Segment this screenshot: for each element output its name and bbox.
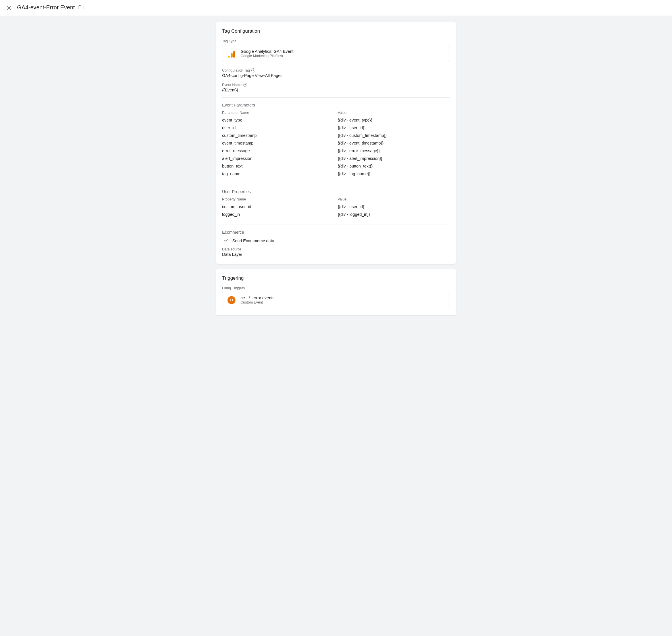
param-value-header: Value <box>338 111 450 115</box>
ecommerce-title: Ecommerce <box>222 230 450 235</box>
help-icon[interactable]: ? <box>243 83 247 87</box>
param-name: event_type <box>222 116 334 124</box>
param-value: {{dlv - event_timestamp}} <box>338 139 450 147</box>
param-value: {{dlv - button_text}} <box>338 162 450 170</box>
top-bar: GA4-event-Error Event <box>0 0 672 16</box>
event-name-label: Event Name ? <box>222 83 450 87</box>
param-name: custom_timestamp <box>222 132 334 139</box>
param-name-header: Parameter Name <box>222 111 334 115</box>
config-tag-label: Configuration Tag ? <box>222 68 450 73</box>
prop-value: {{dlv - logged_in}} <box>338 211 450 218</box>
event-name-value: {{Event}} <box>222 88 450 92</box>
tag-type-name: Google Analytics: GA4 Event <box>241 49 293 54</box>
param-value: {{dlv - user_id}} <box>338 124 450 132</box>
tag-type-selector[interactable]: Google Analytics: GA4 Event Google Marke… <box>222 45 450 62</box>
tag-config-title: Tag Configuration <box>222 28 450 34</box>
param-name: button_text <box>222 162 334 170</box>
tag-type-sub: Google Marketing Platform <box>241 54 293 58</box>
tag-type-label: Tag Type <box>222 39 450 43</box>
close-icon <box>6 5 12 11</box>
triggering-title: Triggering <box>222 275 450 281</box>
triggering-card: Triggering Firing Triggers ce - *_error … <box>216 269 456 315</box>
close-button[interactable] <box>6 4 13 12</box>
param-value: {{dlv - error_message}} <box>338 147 450 155</box>
config-tag-value: GA4-config-Page View-All Pages <box>222 73 450 78</box>
param-name: event_timestamp <box>222 139 334 147</box>
trigger-name: ce - *_error events <box>241 296 274 300</box>
tag-name-title[interactable]: GA4-event-Error Event <box>17 4 75 12</box>
firing-trigger-item[interactable]: ce - *_error events Custom Event <box>222 292 450 308</box>
param-name: user_id <box>222 124 334 132</box>
check-icon <box>224 238 229 243</box>
custom-event-icon <box>228 296 235 304</box>
param-name: tag_name <box>222 170 334 178</box>
param-value: {{dlv - alert_impression}} <box>338 155 450 162</box>
trigger-type: Custom Event <box>241 300 274 304</box>
data-source-value: Data Layer <box>222 252 450 257</box>
param-value: {{dlv - custom_timestamp}} <box>338 132 450 139</box>
param-name: error_message <box>222 147 334 155</box>
user-properties-table: Property Name Value custom_user_id{{dlv … <box>222 197 450 218</box>
user-properties-title: User Properties <box>222 190 450 194</box>
folder-icon[interactable] <box>78 4 84 11</box>
help-icon[interactable]: ? <box>251 68 255 73</box>
send-ecommerce-label: Send Ecommerce data <box>232 239 274 243</box>
firing-triggers-label: Firing Triggers <box>222 286 450 290</box>
tag-configuration-card: Tag Configuration Tag Type Google Analyt… <box>216 22 456 264</box>
google-analytics-icon <box>228 50 235 58</box>
data-source-label: Data source <box>222 247 450 251</box>
param-name: alert_impression <box>222 155 334 162</box>
param-value: {{dlv - event_type}} <box>338 116 450 124</box>
event-parameters-table: Parameter Name Value event_type{{dlv - e… <box>222 111 450 178</box>
prop-value: {{dlv - user_id}} <box>338 203 450 211</box>
prop-name-header: Property Name <box>222 197 334 201</box>
event-parameters-title: Event Parameters <box>222 103 450 107</box>
prop-value-header: Value <box>338 197 450 201</box>
prop-name: custom_user_id <box>222 203 334 211</box>
prop-name: logged_in <box>222 211 334 218</box>
param-value: {{dlv - tag_name}} <box>338 170 450 178</box>
